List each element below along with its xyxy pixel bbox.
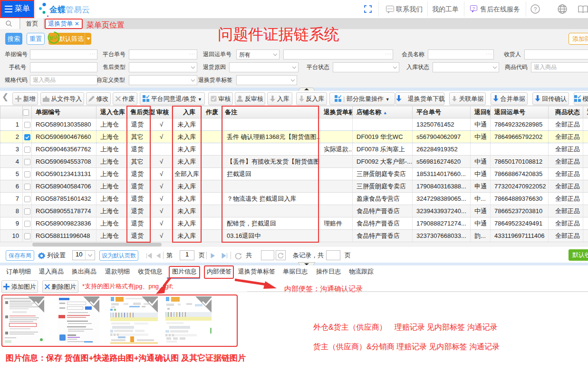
svg-text:?: ?: [472, 6, 475, 11]
svg-text:默认: 默认: [48, 34, 58, 41]
svg-text:?: ?: [534, 6, 537, 13]
